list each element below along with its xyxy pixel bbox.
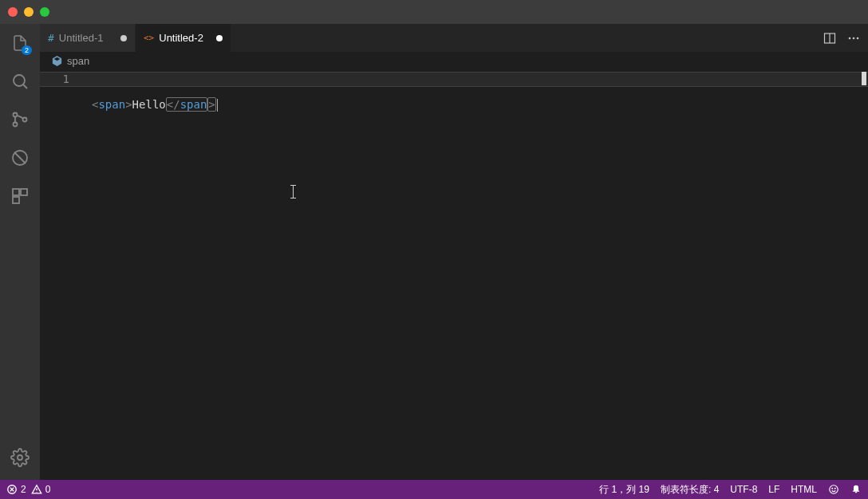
status-errors[interactable]: 2 bbox=[6, 484, 26, 495]
line-number-gutter: 1 bbox=[40, 72, 84, 87]
breadcrumb[interactable]: span bbox=[40, 52, 868, 69]
source-control-icon[interactable] bbox=[9, 108, 31, 131]
html-file-icon: <> bbox=[144, 33, 154, 43]
svg-rect-6 bbox=[21, 189, 27, 195]
activity-bar: 2 bbox=[0, 24, 40, 480]
status-cursor-position[interactable]: 行 1，列 19 bbox=[599, 483, 649, 497]
line-number: 1 bbox=[40, 72, 69, 87]
search-icon[interactable] bbox=[9, 70, 31, 92]
explorer-badge: 2 bbox=[22, 45, 32, 55]
svg-rect-5 bbox=[13, 189, 19, 195]
dirty-indicator-icon bbox=[120, 35, 127, 41]
svg-point-8 bbox=[18, 455, 22, 460]
status-notifications-icon[interactable] bbox=[850, 484, 862, 495]
maximize-window-button[interactable] bbox=[40, 7, 49, 17]
extensions-icon[interactable] bbox=[9, 185, 31, 207]
status-eol[interactable]: LF bbox=[768, 484, 779, 495]
svg-point-12 bbox=[853, 37, 855, 39]
hash-file-icon: # bbox=[48, 32, 54, 44]
debug-icon[interactable] bbox=[9, 147, 31, 169]
svg-point-2 bbox=[14, 123, 18, 127]
tab-bar: # Untitled-1 <> Untitled-2 bbox=[40, 24, 868, 52]
explorer-icon[interactable]: 2 bbox=[9, 32, 31, 54]
smiley-icon bbox=[828, 484, 839, 495]
workbench: 2 # Untitled-1 <> Untitled-2 bbox=[0, 24, 868, 480]
editor-group: # Untitled-1 <> Untitled-2 span 1 bbox=[40, 24, 868, 480]
code-editor[interactable]: 1 <span>Hello</span> bbox=[40, 69, 868, 480]
svg-point-0 bbox=[14, 75, 25, 86]
svg-point-1 bbox=[14, 113, 18, 117]
tab-label: Untitled-1 bbox=[59, 32, 104, 44]
status-indentation[interactable]: 制表符长度: 4 bbox=[661, 483, 719, 497]
status-warnings[interactable]: 0 bbox=[31, 484, 51, 495]
settings-gear-icon[interactable] bbox=[9, 446, 31, 469]
symbol-field-icon bbox=[51, 55, 63, 67]
tab-untitled-2[interactable]: <> Untitled-2 bbox=[136, 24, 231, 52]
split-editor-icon[interactable] bbox=[823, 32, 836, 45]
svg-point-11 bbox=[849, 37, 851, 39]
svg-point-16 bbox=[832, 488, 833, 489]
bell-icon bbox=[850, 484, 862, 495]
overview-ruler-marker bbox=[862, 72, 866, 85]
svg-point-15 bbox=[830, 485, 838, 494]
status-encoding[interactable]: UTF-8 bbox=[730, 484, 757, 495]
svg-rect-7 bbox=[13, 197, 19, 203]
more-actions-icon[interactable] bbox=[847, 32, 860, 45]
code-content[interactable]: <span>Hello</span> bbox=[92, 72, 868, 138]
tab-untitled-1[interactable]: # Untitled-1 bbox=[40, 24, 136, 52]
dirty-indicator-icon bbox=[216, 35, 223, 41]
svg-point-13 bbox=[857, 37, 859, 39]
mouse-ibeam-cursor bbox=[293, 185, 294, 198]
code-line[interactable]: <span>Hello</span> bbox=[92, 97, 868, 112]
breadcrumb-label: span bbox=[67, 55, 89, 67]
warning-icon bbox=[31, 484, 42, 495]
svg-point-17 bbox=[834, 488, 835, 489]
status-feedback-icon[interactable] bbox=[828, 484, 839, 495]
text-cursor bbox=[217, 99, 218, 112]
titlebar bbox=[0, 0, 868, 24]
status-language[interactable]: HTML bbox=[791, 484, 817, 495]
minimize-window-button[interactable] bbox=[24, 7, 34, 17]
window-controls bbox=[8, 7, 49, 17]
error-icon bbox=[6, 484, 18, 495]
status-bar: 2 0 行 1，列 19 制表符长度: 4 UTF-8 LF HTML bbox=[0, 480, 868, 499]
close-window-button[interactable] bbox=[8, 7, 18, 17]
tab-label: Untitled-2 bbox=[159, 32, 203, 44]
editor-actions bbox=[815, 24, 868, 52]
